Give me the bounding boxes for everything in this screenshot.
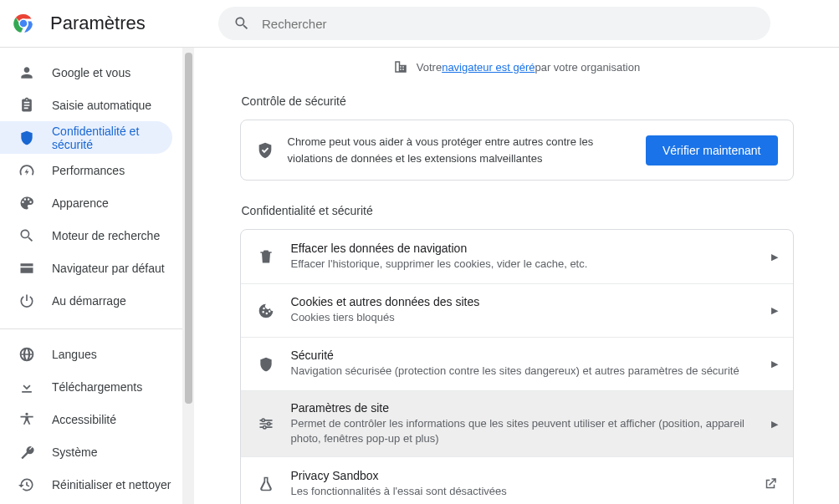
row-subtitle: Cookies tiers bloqués: [291, 310, 771, 325]
wrench-icon: [18, 444, 35, 461]
person-icon: [18, 64, 35, 81]
sidebar-item-autofill[interactable]: Saisie automatique: [0, 89, 172, 121]
trash-icon: [256, 248, 276, 265]
safety-check-button[interactable]: Vérifier maintenant: [646, 135, 778, 165]
domain-icon: [393, 59, 408, 74]
flask-icon: [256, 476, 276, 492]
safety-check-card: Chrome peut vous aider à vous protéger e…: [240, 120, 794, 181]
sidebar-item-default-browser[interactable]: Navigateur par défaut: [0, 252, 172, 284]
privacy-section-title: Confidentialité et sécurité: [242, 204, 794, 217]
sidebar-item-label: Système: [52, 445, 97, 459]
sidebar-item-label: Performances: [52, 164, 125, 177]
managed-text-suffix: par votre organisation: [535, 61, 640, 74]
shield-icon: [256, 356, 276, 373]
safety-check-section-title: Contrôle de sécurité: [242, 94, 794, 108]
site-settings-row[interactable]: Paramètres de site Permet de contrôler l…: [241, 390, 793, 456]
sidebar-item-label: Téléchargements: [52, 380, 142, 394]
row-title: Privacy Sandbox: [291, 469, 763, 482]
row-title: Cookies et autres données des sites: [291, 295, 771, 308]
sidebar-item-label: Réinitialiser et nettoyer: [52, 478, 171, 491]
row-title: Paramètres de site: [291, 401, 771, 415]
accessibility-icon: [18, 411, 35, 428]
row-title: Sécurité: [291, 349, 771, 362]
security-row[interactable]: Sécurité Navigation sécurisée (protectio…: [241, 337, 793, 390]
sidebar-item-performance[interactable]: Performances: [0, 154, 172, 186]
sidebar-item-privacy-security[interactable]: Confidentialité et sécurité: [0, 121, 172, 154]
privacy-sandbox-row[interactable]: Privacy Sandbox Les fonctionnalités à l'…: [241, 456, 793, 504]
search-icon: [233, 15, 250, 32]
speedometer-icon: [18, 162, 35, 179]
sidebar-item-search-engine[interactable]: Moteur de recherche: [0, 219, 172, 252]
restore-icon: [18, 476, 35, 493]
privacy-rows-card: Effacer les données de navigation Efface…: [240, 229, 794, 504]
sliders-icon: [256, 415, 276, 432]
sidebar-item-accessibility[interactable]: Accessibilité: [0, 403, 172, 435]
sidebar-item-label: Saisie automatique: [52, 99, 151, 112]
search-box[interactable]: [218, 7, 770, 40]
clear-browsing-data-row[interactable]: Effacer les données de navigation Efface…: [241, 230, 793, 283]
sidebar-item-google-and-you[interactable]: Google et vous: [0, 56, 172, 89]
search-icon: [18, 227, 35, 244]
sidebar-item-on-startup[interactable]: Au démarrage: [0, 284, 172, 317]
sidebar-item-label: Au démarrage: [52, 294, 126, 308]
sidebar-item-languages[interactable]: Langues: [0, 338, 172, 370]
row-subtitle: Permet de contrôler les informations que…: [291, 416, 771, 446]
power-icon: [18, 293, 35, 309]
sidebar-item-label: Navigateur par défaut: [52, 262, 165, 275]
sidebar-item-label: Accessibilité: [52, 413, 116, 426]
open-in-new-icon: [763, 476, 778, 491]
page-title: Paramètres: [50, 13, 146, 34]
sidebar-scrollbar[interactable]: [182, 48, 194, 504]
chrome-logo-icon: [13, 13, 33, 33]
row-title: Effacer les données de navigation: [291, 242, 771, 255]
sidebar-item-system[interactable]: Système: [0, 435, 172, 468]
sidebar-item-label: Apparence: [52, 196, 109, 210]
search-input[interactable]: [262, 17, 755, 31]
globe-icon: [18, 346, 35, 363]
sidebar-item-appearance[interactable]: Apparence: [0, 186, 172, 219]
managed-text-prefix: Votre: [417, 61, 442, 74]
managed-notice: Votre navigateur est géré par votre orga…: [393, 59, 640, 74]
chevron-right-icon: ▶: [771, 252, 778, 262]
cookies-row[interactable]: Cookies et autres données des sites Cook…: [241, 283, 793, 337]
sidebar-item-label: Google et vous: [52, 66, 130, 79]
sidebar-item-label: Confidentialité et sécurité: [52, 125, 172, 151]
chevron-right-icon: ▶: [771, 419, 778, 430]
clipboard-icon: [18, 97, 35, 114]
safety-check-message: Chrome peut vous aider à vous protéger e…: [288, 134, 634, 166]
sidebar-scrollbar-thumb[interactable]: [185, 53, 192, 404]
sidebar-item-downloads[interactable]: Téléchargements: [0, 370, 172, 403]
row-subtitle: Navigation sécurisée (protection contre …: [291, 364, 771, 379]
browser-icon: [18, 260, 35, 277]
chevron-right-icon: ▶: [771, 359, 778, 369]
sidebar-item-label: Langues: [52, 348, 97, 361]
download-icon: [18, 379, 35, 395]
sidebar: Google et vous Saisie automatique Confid…: [0, 48, 182, 504]
sidebar-divider: [0, 328, 182, 329]
sidebar-item-reset[interactable]: Réinitialiser et nettoyer: [0, 468, 172, 501]
palette-icon: [18, 195, 35, 211]
shield-check-icon: [256, 141, 274, 160]
cookie-icon: [256, 303, 276, 319]
chevron-right-icon: ▶: [771, 305, 778, 316]
shield-icon: [18, 130, 35, 146]
row-subtitle: Les fonctionnalités à l'essai sont désac…: [291, 484, 763, 499]
managed-link[interactable]: navigateur est géré: [442, 61, 535, 74]
row-subtitle: Effacer l'historique, supprimer les cook…: [291, 257, 771, 272]
sidebar-item-label: Moteur de recherche: [52, 229, 160, 242]
